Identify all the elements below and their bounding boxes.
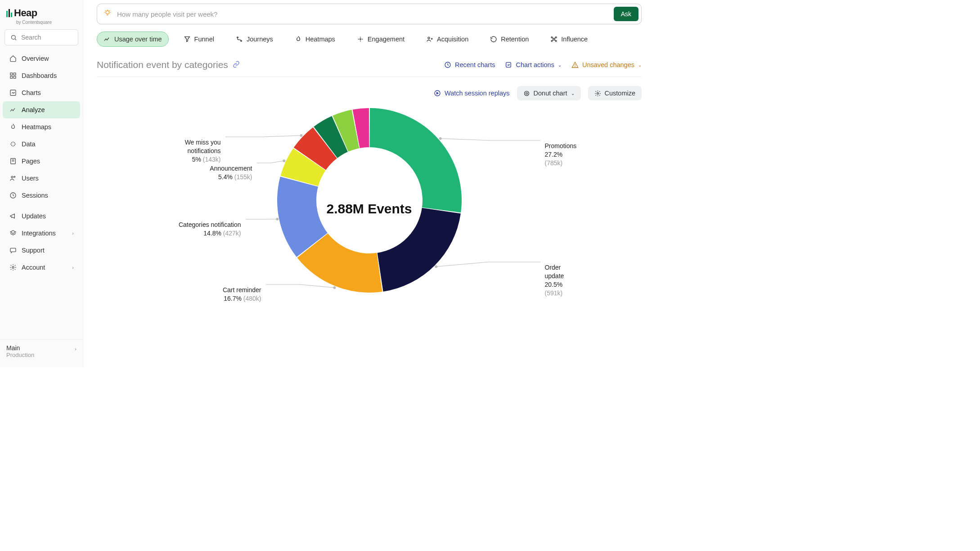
action-label: Chart actions [516,61,554,68]
tab-label: Acquisition [437,36,468,43]
chevron-down-icon: ⌄ [638,63,642,68]
chevron-down-icon: ⌄ [571,91,575,96]
clock-icon [9,191,17,199]
sidebar-item-label: Users [22,175,39,182]
tab-label: Influence [561,36,588,43]
chart-actions-button[interactable]: Chart actions ⌄ [505,61,561,68]
logo-icon [6,9,12,17]
main-content: Ask Usage over time Funnel Journeys Heat… [83,0,655,367]
logo[interactable]: Heap [0,5,83,21]
acquisition-icon [426,36,433,43]
sidebar-item-users[interactable]: Users [3,170,80,187]
sidebar: Heap by Contentsquare Search Overview Da… [0,0,83,367]
donut-segment[interactable] [377,208,460,292]
unsaved-changes-button[interactable]: Unsaved changes ⌄ [571,61,642,68]
layers-icon [9,229,17,237]
svg-point-22 [556,41,557,42]
svg-rect-3 [13,73,16,75]
analyze-icon [9,106,17,114]
env-sub: Production [6,352,76,358]
button-label: Watch session replays [445,90,510,97]
sidebar-item-label: Data [22,140,36,148]
watch-session-replays-button[interactable]: Watch session replays [434,90,510,97]
home-icon [9,54,17,63]
flame-icon [9,123,17,131]
svg-point-26 [575,66,575,67]
tab-retention[interactable]: Retention [483,32,535,47]
customize-button[interactable]: Customize [588,86,642,100]
sidebar-item-sessions[interactable]: Sessions [3,187,80,204]
sidebar-nav: Overview Dashboards Charts Analyze Heatm… [0,50,83,336]
link-icon[interactable] [233,61,240,69]
sidebar-item-updates[interactable]: Updates [3,208,80,225]
sidebar-item-label: Heatmaps [22,123,51,131]
svg-point-0 [11,35,15,39]
grid-icon [9,72,17,80]
brand-byline: by Contentsquare [0,20,83,25]
tab-engagement[interactable]: Engagement [350,32,411,47]
tab-usage-over-time[interactable]: Usage over time [97,32,169,47]
sidebar-item-heatmaps[interactable]: Heatmaps [3,118,80,135]
recent-charts-button[interactable]: Recent charts [444,61,495,68]
tab-heatmaps[interactable]: Heatmaps [288,32,342,47]
app-root: Heap by Contentsquare Search Overview Da… [0,0,655,367]
chart-center-label: 2.88M Events [326,201,412,217]
tab-influence[interactable]: Influence [544,32,594,47]
flame-icon [295,36,302,43]
sidebar-item-integrations[interactable]: Integrations › [3,225,80,242]
tab-label: Journeys [247,36,273,43]
engagement-icon [357,36,364,43]
search-input[interactable]: Search [4,29,78,45]
svg-rect-4 [10,76,13,78]
chart-segment-label: Promotions27.2% (785k) [545,142,577,167]
chart-segment-label: Cart reminder16.7% (480k) [223,286,261,303]
lightbulb-icon [103,9,112,19]
chart-segment-label: Order update20.5% (591k) [545,263,572,298]
svg-point-14 [12,266,14,268]
sidebar-item-label: Integrations [22,230,56,237]
tab-journeys[interactable]: Journeys [229,32,280,47]
sidebar-item-label: Updates [22,212,46,220]
sidebar-item-label: Pages [22,158,40,165]
page-title: Notification event by categories [97,59,228,70]
svg-point-20 [556,37,557,38]
button-label: Customize [605,90,636,97]
sidebar-item-pages[interactable]: Pages [3,153,80,170]
svg-line-1 [15,39,16,40]
title-row: Notification event by categories Recent … [97,51,642,77]
svg-point-15 [106,11,109,14]
svg-point-34 [276,218,279,221]
tab-label: Engagement [368,36,405,43]
sidebar-item-dashboards[interactable]: Dashboards [3,67,80,84]
svg-point-31 [439,137,441,140]
megaphone-icon [9,212,17,220]
sidebar-item-label: Charts [22,89,41,96]
journey-icon [236,36,243,43]
chart-segment-label: We miss you notifications5% (143k) [167,138,221,164]
env-main: Main [6,344,76,352]
sidebar-item-data[interactable]: Data [3,135,80,153]
ask-input[interactable] [117,10,608,18]
sidebar-item-analyze[interactable]: Analyze [3,101,80,118]
sidebar-item-charts[interactable]: Charts [3,84,80,101]
tab-funnel[interactable]: Funnel [177,32,221,47]
chevron-right-icon: › [75,346,76,352]
tab-acquisition[interactable]: Acquisition [419,32,475,47]
tab-label: Retention [501,36,529,43]
influence-icon [550,36,557,43]
svg-point-29 [526,92,527,94]
donut-segment[interactable] [369,108,461,212]
chart-type-selector[interactable]: Donut chart ⌄ [517,86,581,100]
sidebar-item-label: Analyze [22,106,45,113]
environment-switcher[interactable]: Main Production › [0,339,83,363]
ask-button[interactable]: Ask [614,7,638,21]
sidebar-item-label: Support [22,247,45,254]
analysis-tabs: Usage over time Funnel Journeys Heatmaps… [97,24,642,51]
donut-chart: 2.88M Events Promotions27.2% (785k)Order… [167,109,572,325]
sidebar-item-account[interactable]: Account › [3,259,80,276]
chart-segment-label: Announcement5.4% (155k) [210,164,252,181]
sidebar-item-support[interactable]: Support [3,242,80,259]
sidebar-item-overview[interactable]: Overview [3,50,80,67]
chart-segment-label: Categories notification14.8% (427k) [179,221,241,238]
funnel-icon [184,36,191,43]
